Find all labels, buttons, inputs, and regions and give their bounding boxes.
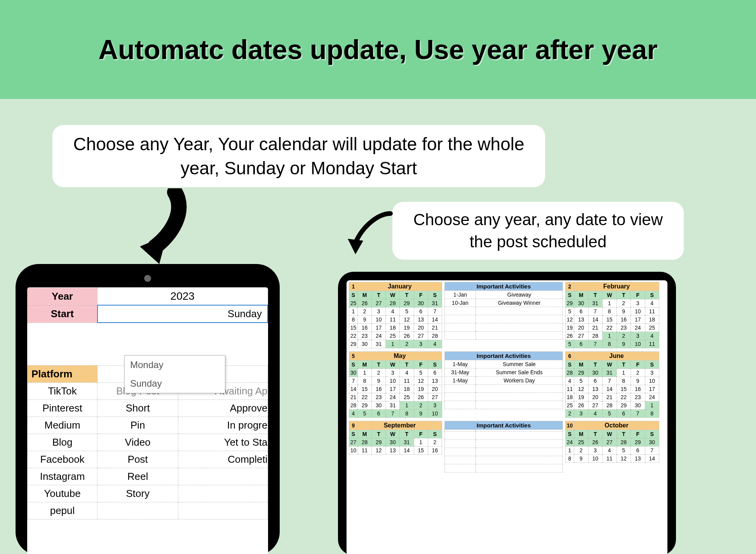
calendar-day[interactable]: 7: [588, 307, 603, 316]
calendar-day[interactable]: 14: [349, 385, 358, 393]
calendar-day[interactable]: 26: [574, 401, 589, 410]
calendar-day[interactable]: 11: [645, 340, 659, 348]
calendar-day[interactable]: 15: [617, 385, 631, 393]
calendar-day[interactable]: 23: [372, 393, 386, 401]
calendar-day[interactable]: 17: [631, 316, 645, 324]
calendar-day[interactable]: 10: [588, 455, 603, 463]
cell[interactable]: Facebook: [28, 451, 98, 468]
calendar-day[interactable]: 29: [574, 369, 589, 377]
calendar-day[interactable]: 27: [588, 401, 603, 410]
cell[interactable]: Story: [98, 485, 178, 502]
calendar-day[interactable]: 5: [566, 307, 574, 316]
calendar-day[interactable]: 27: [414, 332, 428, 340]
calendar-day[interactable]: 4: [645, 332, 659, 340]
calendar-day[interactable]: 7: [603, 377, 617, 385]
calendar-day[interactable]: 8: [603, 307, 617, 316]
calendar-day[interactable]: 2: [400, 340, 414, 348]
calendar-day[interactable]: 31: [603, 369, 617, 377]
calendar-day[interactable]: 28: [588, 332, 603, 340]
cell[interactable]: Pinterest: [28, 399, 98, 417]
calendar-day[interactable]: 3: [588, 446, 603, 455]
cell[interactable]: Completi: [178, 451, 268, 468]
calendar-day[interactable]: 31: [428, 299, 442, 307]
calendar-day[interactable]: 5: [603, 410, 617, 418]
calendar-day[interactable]: 27: [603, 438, 617, 446]
cell[interactable]: Video: [98, 434, 178, 451]
calendar-day[interactable]: 12: [574, 385, 589, 393]
calendar-day[interactable]: 22: [603, 324, 617, 332]
calendar-day[interactable]: 7: [349, 377, 358, 385]
calendar-day[interactable]: 28: [428, 332, 442, 340]
calendar-day[interactable]: 20: [428, 385, 442, 393]
calendar-day[interactable]: 29: [372, 438, 386, 446]
calendar-day[interactable]: 5: [358, 410, 372, 418]
calendar-day[interactable]: 4: [428, 340, 442, 348]
calendar-day[interactable]: 21: [428, 324, 442, 332]
activity-row[interactable]: [445, 323, 563, 332]
calendar-day[interactable]: 25: [386, 332, 400, 340]
calendar-day[interactable]: 29: [617, 401, 631, 410]
calendar-day[interactable]: 5: [617, 446, 631, 455]
calendar-day[interactable]: 6: [631, 446, 645, 455]
table-row[interactable]: InstagramReel: [28, 468, 268, 485]
calendar-day[interactable]: 3: [631, 332, 645, 340]
calendar-day[interactable]: 12: [566, 316, 574, 324]
activity-row[interactable]: 1-MayWorkers Day: [445, 377, 563, 385]
calendar-day[interactable]: 13: [386, 446, 400, 455]
table-row[interactable]: PinterestShortApprove: [28, 399, 268, 417]
cell[interactable]: Short: [98, 399, 178, 417]
calendar-day[interactable]: 9: [617, 340, 631, 348]
calendar-day[interactable]: 1: [603, 299, 617, 307]
calendar-day[interactable]: 22: [349, 332, 358, 340]
calendar-day[interactable]: 5: [414, 369, 428, 377]
calendar-day[interactable]: 6: [574, 340, 589, 348]
calendar-day[interactable]: 26: [358, 299, 372, 307]
activity-row[interactable]: [445, 464, 563, 472]
cell[interactable]: Blog: [28, 434, 98, 451]
calendar-day[interactable]: 1: [358, 369, 372, 377]
calendar-day[interactable]: 13: [631, 455, 645, 463]
calendar-day[interactable]: 9: [372, 377, 386, 385]
calendar-day[interactable]: 2: [566, 410, 574, 418]
calendar-day[interactable]: 25: [400, 393, 414, 401]
calendar-day[interactable]: 6: [617, 410, 631, 418]
dropdown-option-sunday[interactable]: Sunday: [125, 374, 225, 393]
calendar-day[interactable]: 27: [372, 299, 386, 307]
calendar-day[interactable]: 16: [358, 324, 372, 332]
calendar-day[interactable]: 7: [588, 340, 603, 348]
calendar-day[interactable]: 30: [358, 340, 372, 348]
calendar-day[interactable]: 3: [645, 369, 659, 377]
cell[interactable]: Post: [98, 451, 178, 468]
calendar-day[interactable]: 10: [372, 316, 386, 324]
calendar-day[interactable]: 8: [358, 377, 372, 385]
calendar-day[interactable]: 3: [428, 401, 442, 410]
calendar-day[interactable]: 18: [386, 324, 400, 332]
calendar-day[interactable]: 15: [414, 446, 428, 455]
calendar-day[interactable]: 31: [588, 299, 603, 307]
activity-row[interactable]: [445, 432, 563, 440]
calendar-day[interactable]: 23: [358, 332, 372, 340]
calendar-day[interactable]: 25: [574, 438, 589, 446]
calendar-day[interactable]: 28: [358, 438, 372, 446]
calendar-day[interactable]: 2: [358, 307, 372, 316]
calendar-day[interactable]: 6: [414, 307, 428, 316]
calendar-day[interactable]: 19: [414, 385, 428, 393]
calendar-day[interactable]: 14: [603, 385, 617, 393]
calendar-day[interactable]: 11: [400, 377, 414, 385]
table-row[interactable]: FacebookPostCompleti: [28, 451, 268, 468]
calendar-day[interactable]: 14: [428, 316, 442, 324]
calendar-day[interactable]: 21: [588, 324, 603, 332]
calendar-day[interactable]: 26: [400, 332, 414, 340]
activity-row[interactable]: [445, 448, 563, 456]
calendar-day[interactable]: 30: [645, 438, 659, 446]
calendar-day[interactable]: 26: [414, 393, 428, 401]
calendar-day[interactable]: 15: [349, 324, 358, 332]
calendar-day[interactable]: 2: [372, 369, 386, 377]
activity-row[interactable]: [445, 393, 563, 401]
calendar-day[interactable]: 17: [372, 324, 386, 332]
calendar-day[interactable]: 2: [617, 299, 631, 307]
calendar-day[interactable]: 11: [603, 455, 617, 463]
calendar-day[interactable]: 8: [566, 455, 574, 463]
calendar-day[interactable]: 16: [631, 385, 645, 393]
calendar-day[interactable]: 24: [372, 332, 386, 340]
